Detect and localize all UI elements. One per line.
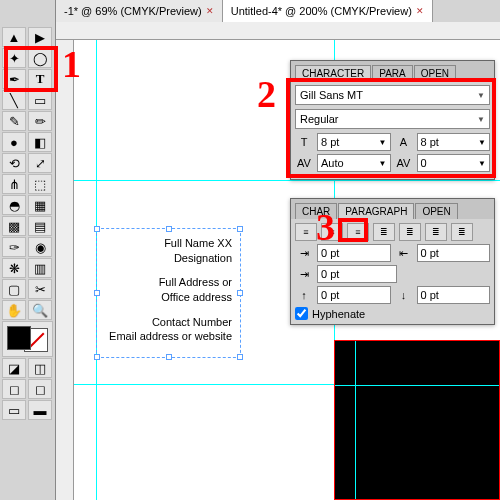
- color-mode[interactable]: ◪: [2, 358, 26, 378]
- type-tool[interactable]: T: [28, 69, 52, 89]
- eraser-tool[interactable]: ◧: [28, 132, 52, 152]
- font-style-dropdown[interactable]: Regular▼: [295, 109, 490, 129]
- rotate-tool[interactable]: ⟲: [2, 153, 26, 173]
- text-frame[interactable]: Full Name XX Designation Full Address or…: [96, 228, 241, 358]
- tracking-input[interactable]: 0▼: [417, 154, 491, 172]
- text-content[interactable]: Full Name XX Designation Full Address or…: [97, 229, 240, 353]
- indent-right-input[interactable]: 0 pt: [417, 244, 491, 262]
- paintbrush-tool[interactable]: ✎: [2, 111, 26, 131]
- justify-left-button[interactable]: ≣: [373, 223, 395, 241]
- annotation-1: 1: [62, 42, 81, 86]
- font-family-dropdown[interactable]: Gill Sans MT▼: [295, 85, 490, 105]
- panel-tab-paragraph[interactable]: PARAGRAPH: [338, 203, 414, 219]
- panel-tab-character[interactable]: CHARACTER: [295, 65, 371, 81]
- lasso-tool[interactable]: ◯: [28, 48, 52, 68]
- gradient-mode[interactable]: ◫: [28, 358, 52, 378]
- first-line-indent-input[interactable]: 0 pt: [317, 265, 397, 283]
- close-icon[interactable]: ✕: [416, 6, 424, 16]
- font-size-input[interactable]: 8 pt▼: [317, 133, 391, 151]
- panel-tab-paragraph[interactable]: PARA: [372, 65, 413, 81]
- tracking-icon: AV: [395, 157, 413, 169]
- slice-tool[interactable]: ✂: [28, 279, 52, 299]
- first-line-indent-icon: ⇥: [295, 268, 313, 281]
- space-before-input[interactable]: 0 pt: [317, 286, 391, 304]
- screen-mode-2[interactable]: ▬: [28, 400, 52, 420]
- document-tabs: -1* @ 69% (CMYK/Preview)✕ Untitled-4* @ …: [56, 0, 500, 22]
- ruler-vertical[interactable]: [56, 40, 74, 500]
- indent-left-icon: ⇥: [295, 247, 313, 260]
- panel-tab-opentype[interactable]: OPEN: [415, 203, 457, 219]
- perspective-tool[interactable]: ▦: [28, 195, 52, 215]
- justify-center-button[interactable]: ≣: [399, 223, 421, 241]
- space-after-input[interactable]: 0 pt: [417, 286, 491, 304]
- blend-tool[interactable]: ◉: [28, 237, 52, 257]
- close-icon[interactable]: ✕: [206, 6, 214, 16]
- draw-normal[interactable]: ◻: [2, 379, 26, 399]
- artboard-tool[interactable]: ▢: [2, 279, 26, 299]
- toolbox: ▲▶ ✦◯ ✒T ╲▭ ✎✏ ●◧ ⟲⤢ ⋔⬚ ◓▦ ▩▤ ✑◉ ❋▥ ▢✂ ✋…: [0, 0, 56, 500]
- hand-tool[interactable]: ✋: [2, 300, 26, 320]
- ruler-horizontal[interactable]: [56, 22, 500, 40]
- hyphenate-checkbox[interactable]: Hyphenate: [295, 307, 490, 320]
- free-transform-tool[interactable]: ⬚: [28, 174, 52, 194]
- kerning-input[interactable]: Auto▼: [317, 154, 391, 172]
- indent-right-icon: ⇤: [395, 247, 413, 260]
- eyedropper-tool[interactable]: ✑: [2, 237, 26, 257]
- guide-h[interactable]: [74, 180, 500, 181]
- mesh-tool[interactable]: ▩: [2, 216, 26, 236]
- align-right-button[interactable]: ≡: [347, 223, 369, 241]
- scale-tool[interactable]: ⤢: [28, 153, 52, 173]
- leading-icon: A: [395, 136, 413, 148]
- zoom-tool[interactable]: 🔍: [28, 300, 52, 320]
- magic-wand-tool[interactable]: ✦: [2, 48, 26, 68]
- kerning-icon: AV: [295, 157, 313, 169]
- leading-input[interactable]: 8 pt▼: [417, 133, 491, 151]
- symbol-sprayer-tool[interactable]: ❋: [2, 258, 26, 278]
- guide-v[interactable]: [355, 341, 356, 499]
- rectangle-tool[interactable]: ▭: [28, 90, 52, 110]
- guide-h[interactable]: [335, 385, 499, 386]
- doc-tab-active[interactable]: Untitled-4* @ 200% (CMYK/Preview)✕: [223, 0, 433, 22]
- shape-builder-tool[interactable]: ◓: [2, 195, 26, 215]
- align-left-button[interactable]: ≡: [295, 223, 317, 241]
- space-after-icon: ↓: [395, 289, 413, 301]
- width-tool[interactable]: ⋔: [2, 174, 26, 194]
- pen-tool[interactable]: ✒: [2, 69, 26, 89]
- blob-tool[interactable]: ●: [2, 132, 26, 152]
- doc-tab[interactable]: -1* @ 69% (CMYK/Preview)✕: [56, 0, 223, 22]
- justify-all-button[interactable]: ≣: [451, 223, 473, 241]
- screen-mode[interactable]: ▭: [2, 400, 26, 420]
- justify-right-button[interactable]: ≣: [425, 223, 447, 241]
- annotation-3: 3: [316, 205, 335, 249]
- direct-selection-tool[interactable]: ▶: [28, 27, 52, 47]
- space-before-icon: ↑: [295, 289, 313, 301]
- fill-stroke-swatch[interactable]: [2, 321, 53, 357]
- gradient-tool[interactable]: ▤: [28, 216, 52, 236]
- panel-tab-opentype[interactable]: OPEN: [414, 65, 456, 81]
- graph-tool[interactable]: ▥: [28, 258, 52, 278]
- line-tool[interactable]: ╲: [2, 90, 26, 110]
- font-size-icon: T: [295, 136, 313, 148]
- draw-behind[interactable]: ◻: [28, 379, 52, 399]
- rectangle-black[interactable]: [334, 340, 500, 500]
- character-panel[interactable]: CHARACTER PARA OPEN Gill Sans MT▼ Regula…: [290, 60, 495, 180]
- pencil-tool[interactable]: ✏: [28, 111, 52, 131]
- annotation-2: 2: [257, 72, 276, 116]
- selection-tool[interactable]: ▲: [2, 27, 26, 47]
